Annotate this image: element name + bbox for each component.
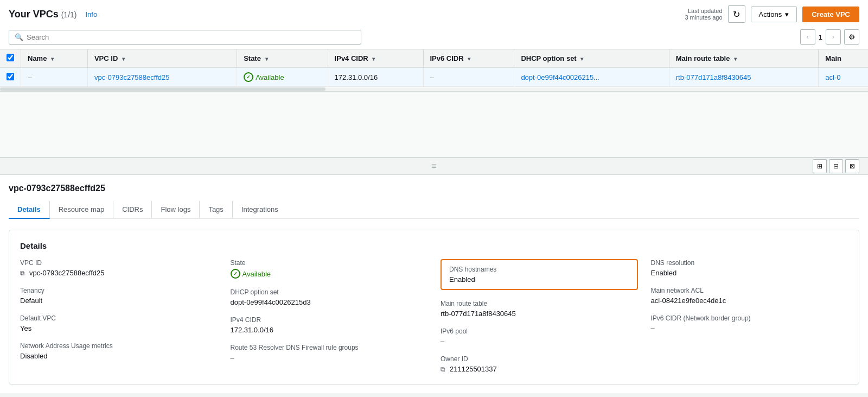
- main-network-acl-value[interactable]: acl-08421e9fe0ec4de1c: [651, 297, 726, 305]
- dhcp-sort-icon[interactable]: ▾: [580, 56, 583, 62]
- detail-owner-id: Owner ID ⧉ 211125501337: [441, 355, 638, 373]
- search-input[interactable]: [27, 33, 355, 41]
- header-row: Your VPCs (1/1) Info Last updated 3 minu…: [0, 0, 868, 26]
- scrollbar-row: [0, 87, 868, 92]
- row-vpc-id: vpc-0793c27588ecffd25: [87, 68, 237, 87]
- row-state: Available: [237, 68, 328, 87]
- detail-main-route-table: Main route table rtb-077d171a8f8430645: [441, 300, 638, 318]
- copy-icon[interactable]: ⧉: [20, 269, 25, 277]
- network-address-value: Disabled: [20, 352, 218, 360]
- detail-state: State Available: [231, 259, 428, 279]
- create-vpc-button[interactable]: Create VPC: [802, 7, 859, 22]
- detail-tenancy: Tenancy Default: [20, 287, 218, 305]
- col-ipv6-cidr: IPv6 CIDR ▾: [423, 49, 514, 68]
- tab-details[interactable]: Details: [9, 201, 50, 219]
- info-link[interactable]: Info: [86, 10, 98, 18]
- empty-area: [0, 92, 868, 157]
- search-pagination: ‹ 1 › ⚙: [800, 29, 859, 45]
- title-area: Your VPCs (1/1) Info: [9, 9, 97, 20]
- detail-col-3: DNS hostnames Enabled Main route table r…: [441, 259, 638, 373]
- vpc-id-sort-icon[interactable]: ▾: [122, 56, 125, 62]
- panel-view-icons: ⊞ ⊟ ⊠: [813, 159, 859, 173]
- detail-col-1: VPC ID ⧉ vpc-0793c27588ecffd25 Tenancy D…: [20, 259, 218, 373]
- route53-label: Route 53 Resolver DNS Firewall rule grou…: [231, 344, 428, 351]
- split-vertical-view-button[interactable]: ⊞: [813, 159, 827, 173]
- scrollbar-track[interactable]: [0, 87, 326, 91]
- detail-default-vpc: Default VPC Yes: [20, 314, 218, 332]
- ipv6-cidr-network-value: –: [651, 324, 848, 332]
- vpc-table-container: Name ▾ VPC ID ▾ State ▾ IPv4 CIDR ▾: [0, 49, 868, 87]
- last-updated: Last updated 3 minutes ago: [685, 8, 722, 21]
- search-icon: 🔍: [15, 33, 23, 41]
- column-settings-button[interactable]: ⚙: [844, 29, 859, 45]
- table-row[interactable]: – vpc-0793c27588ecffd25 Available 172.31…: [0, 68, 868, 87]
- detail-vpc-id: VPC ID ⧉ vpc-0793c27588ecffd25: [20, 259, 218, 277]
- tab-flow-logs[interactable]: Flow logs: [152, 201, 200, 219]
- detail-network-address: Network Address Usage metrics Disabled: [20, 342, 218, 360]
- main-route-table-value[interactable]: rtb-077d171a8f8430645: [441, 310, 516, 318]
- drag-handle[interactable]: ≡: [431, 161, 436, 171]
- dhcp-link[interactable]: dopt-0e99f44c0026215...: [521, 73, 599, 81]
- dns-hostnames-value: Enabled: [449, 275, 629, 283]
- full-view-button[interactable]: ⊠: [845, 159, 859, 173]
- select-all-checkbox[interactable]: [7, 54, 14, 61]
- detail-main-network-acl: Main network ACL acl-08421e9fe0ec4de1c: [651, 287, 848, 305]
- next-page-button[interactable]: ›: [826, 29, 841, 45]
- tab-integrations[interactable]: Integrations: [233, 201, 287, 219]
- detail-route53: Route 53 Resolver DNS Firewall rule grou…: [231, 344, 428, 362]
- row-route-table: rtb-077d171a8f8430645: [669, 68, 819, 87]
- dhcp-option-value[interactable]: dopt-0e99f44c0026215d3: [231, 298, 311, 306]
- search-row: 🔍 ‹ 1 › ⚙: [0, 26, 868, 49]
- row-name: –: [21, 68, 88, 87]
- route-table-link[interactable]: rtb-077d171a8f8430645: [676, 73, 751, 81]
- vpc-id-value: ⧉ vpc-0793c27588ecffd25: [20, 269, 218, 277]
- route-sort-icon[interactable]: ▾: [734, 56, 737, 62]
- state-value: Available: [231, 269, 271, 279]
- vpc-detail-title: vpc-0793c27588ecffd25: [9, 184, 859, 193]
- row-checkbox[interactable]: [7, 73, 14, 80]
- top-panel: Your VPCs (1/1) Info Last updated 3 minu…: [0, 0, 868, 92]
- state-sort-icon[interactable]: ▾: [265, 56, 268, 62]
- tenancy-value: Default: [20, 297, 218, 305]
- name-sort-icon[interactable]: ▾: [51, 56, 54, 62]
- owner-id-value: ⧉ 211125501337: [441, 365, 638, 373]
- col-state: State ▾: [237, 49, 328, 68]
- ipv6-cidr-network-label: IPv6 CIDR (Network border group): [651, 314, 848, 322]
- ipv6-pool-value: –: [441, 337, 638, 345]
- col-main-acl: Main: [819, 49, 868, 68]
- refresh-button[interactable]: ↻: [728, 5, 745, 23]
- detail-ipv4-cidr: IPv4 CIDR 172.31.0.0/16: [231, 316, 428, 334]
- details-grid: VPC ID ⧉ vpc-0793c27588ecffd25 Tenancy D…: [20, 259, 848, 373]
- page-number: 1: [819, 33, 822, 41]
- ipv4-cidr-label: IPv4 CIDR: [231, 316, 428, 324]
- tab-cidrs[interactable]: CIDRs: [113, 201, 152, 219]
- vpc-id-label: VPC ID: [20, 259, 218, 267]
- acl-link[interactable]: acl-0: [825, 73, 840, 81]
- main-network-acl-label: Main network ACL: [651, 287, 848, 294]
- owner-id-label: Owner ID: [441, 355, 638, 363]
- row-acl: acl-0: [819, 68, 868, 87]
- owner-copy-icon[interactable]: ⧉: [441, 366, 445, 373]
- ipv6-sort-icon[interactable]: ▾: [468, 56, 470, 62]
- actions-button[interactable]: Actions ▾: [751, 7, 797, 22]
- split-horizontal-view-button[interactable]: ⊟: [829, 159, 843, 173]
- route53-value: –: [231, 354, 428, 362]
- detail-ipv6-cidr-network: IPv6 CIDR (Network border group) –: [651, 314, 848, 332]
- chevron-down-icon: ▾: [785, 10, 789, 18]
- header-actions: Last updated 3 minutes ago ↻ Actions ▾ C…: [685, 5, 859, 23]
- select-all-cell: [0, 49, 21, 68]
- ipv4-sort-icon[interactable]: ▾: [372, 56, 375, 62]
- tab-resource-map[interactable]: Resource map: [50, 201, 114, 219]
- panel-divider: ≡ ⊞ ⊟ ⊠: [0, 157, 868, 175]
- ipv6-pool-label: IPv6 pool: [441, 327, 638, 335]
- vpc-id-link[interactable]: vpc-0793c27588ecffd25: [94, 73, 170, 81]
- col-route-table: Main route table ▾: [669, 49, 819, 68]
- tenancy-label: Tenancy: [20, 287, 218, 294]
- prev-page-button[interactable]: ‹: [800, 29, 815, 45]
- detail-tabs: Details Resource map CIDRs Flow logs Tag…: [9, 201, 859, 219]
- default-vpc-value: Yes: [20, 324, 218, 332]
- col-name: Name ▾: [21, 49, 88, 68]
- detail-dhcp-option: DHCP option set dopt-0e99f44c0026215d3: [231, 288, 428, 306]
- tab-tags[interactable]: Tags: [200, 201, 232, 219]
- dns-resolution-label: DNS resolution: [651, 259, 848, 267]
